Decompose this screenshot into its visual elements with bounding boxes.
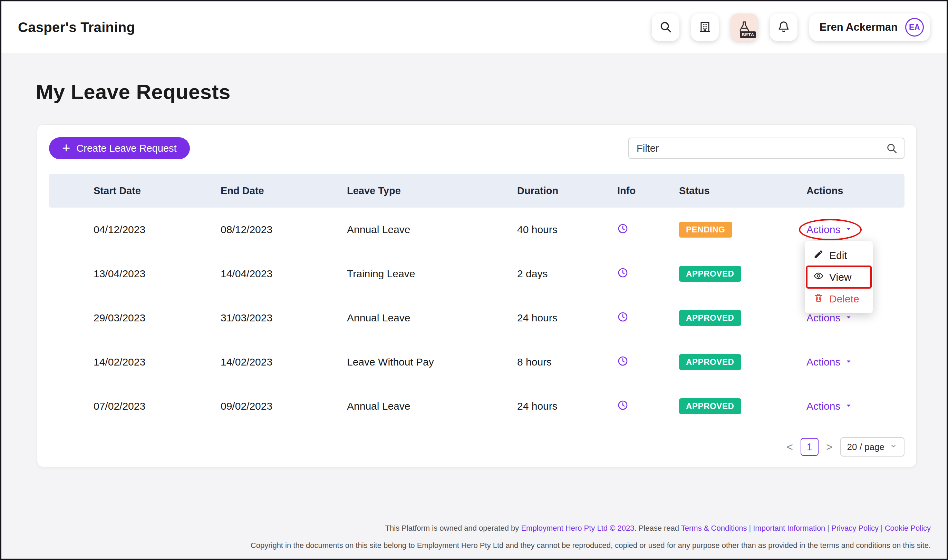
cell-start-date: 04/12/2023 <box>94 224 221 235</box>
cell-start-date: 29/03/2023 <box>94 312 221 324</box>
status-badge: APPROVED <box>679 398 741 414</box>
filter-input[interactable] <box>628 138 905 159</box>
cell-start-date: 14/02/2023 <box>94 356 221 368</box>
top-bar: Casper's Training BETA Eren Ackerman EA <box>2 2 946 53</box>
create-leave-request-button[interactable]: + Create Leave Request <box>49 137 190 159</box>
status-badge: APPROVED <box>679 354 741 370</box>
terms-conditions-link[interactable]: Terms & Conditions <box>681 524 747 532</box>
cell-leave-type: Annual Leave <box>347 312 517 324</box>
table-row: 04/12/2023 08/12/2023 Annual Leave 40 ho… <box>49 208 905 252</box>
column-header-start-date: Start Date <box>94 185 221 197</box>
bell-icon <box>777 20 790 34</box>
actions-dropdown-button[interactable]: Actions <box>806 224 853 235</box>
cell-end-date: 09/02/2023 <box>221 400 347 412</box>
employment-hero-link[interactable]: Employment Hero Pty Ltd © 2023 <box>521 524 634 532</box>
column-header-status: Status <box>679 185 806 197</box>
menu-item-edit-label: Edit <box>829 250 847 262</box>
table-row: 07/02/2023 09/02/2023 Annual Leave 24 ho… <box>49 384 905 428</box>
column-header-duration: Duration <box>517 185 617 197</box>
column-header-end-date: End Date <box>221 185 347 197</box>
create-leave-request-label: Create Leave Request <box>76 143 176 154</box>
footer-line-2: Copyright in the documents on this site … <box>251 540 931 551</box>
page-title: My Leave Requests <box>36 80 946 104</box>
separator: | <box>825 524 831 532</box>
app-title: Casper's Training <box>18 20 135 35</box>
actions-dropdown-button[interactable]: Actions <box>806 356 853 368</box>
clock-icon[interactable] <box>617 400 628 411</box>
cell-leave-type: Leave Without Pay <box>347 356 517 368</box>
notifications-button[interactable] <box>770 14 797 41</box>
column-header-info: Info <box>617 185 679 197</box>
page-size-value: 20 / page <box>847 442 885 452</box>
avatar: EA <box>905 18 924 37</box>
column-header-actions: Actions <box>806 185 905 197</box>
actions-dropdown-button[interactable]: Actions <box>806 400 853 412</box>
user-name: Eren Ackerman <box>820 21 898 34</box>
cell-leave-type: Annual Leave <box>347 224 517 235</box>
status-badge: PENDING <box>679 222 732 238</box>
clock-icon[interactable] <box>617 223 628 234</box>
cell-leave-type: Annual Leave <box>347 400 517 412</box>
clock-icon[interactable] <box>617 267 628 278</box>
leave-requests-card: + Create Leave Request Start Date End Da… <box>37 125 917 467</box>
footer-text: This Platform is owned and operated by <box>385 524 521 532</box>
card-toolbar: + Create Leave Request <box>49 137 905 159</box>
eye-icon <box>814 271 824 283</box>
actions-label: Actions <box>806 312 840 324</box>
cookie-policy-link[interactable]: Cookie Policy <box>885 524 931 532</box>
table-row: 14/02/2023 14/02/2023 Leave Without Pay … <box>49 340 905 384</box>
page-size-select[interactable]: 20 / page <box>840 437 905 457</box>
menu-item-view-label: View <box>829 271 851 283</box>
cell-duration: 24 hours <box>517 400 617 412</box>
important-information-link[interactable]: Important Information <box>753 524 825 532</box>
chevron-down-icon <box>845 224 853 235</box>
cell-leave-type: Training Leave <box>347 268 517 280</box>
search-icon[interactable] <box>886 142 898 154</box>
cell-duration: 40 hours <box>517 224 617 235</box>
trash-icon <box>814 292 824 305</box>
footer-text: . Please read <box>634 524 681 532</box>
filter-field <box>628 138 905 159</box>
column-header-leave-type: Leave Type <box>347 185 517 197</box>
search-icon <box>659 20 672 34</box>
status-badge: APPROVED <box>679 310 741 326</box>
beta-features-button[interactable]: BETA <box>730 14 758 41</box>
menu-item-view[interactable]: View <box>805 266 873 288</box>
separator: | <box>879 524 885 532</box>
menu-item-delete[interactable]: Delete <box>805 288 873 310</box>
status-badge: APPROVED <box>679 266 741 282</box>
organisation-button[interactable] <box>691 14 719 41</box>
actions-menu: Edit View Delete <box>805 241 873 313</box>
actions-dropdown-button[interactable]: Actions <box>806 312 853 324</box>
prev-page-button[interactable]: < <box>786 441 794 454</box>
search-button[interactable] <box>652 14 679 41</box>
chevron-down-icon <box>845 312 853 324</box>
clock-icon[interactable] <box>617 311 628 322</box>
cell-duration: 8 hours <box>517 356 617 368</box>
table-row: 29/03/2023 31/03/2023 Annual Leave 24 ho… <box>49 296 905 340</box>
footer-line-1: This Platform is owned and operated by E… <box>251 523 931 534</box>
cell-start-date: 07/02/2023 <box>94 400 221 412</box>
beta-badge: BETA <box>740 31 756 38</box>
cell-end-date: 14/02/2023 <box>221 356 347 368</box>
chevron-down-icon <box>845 356 853 368</box>
pencil-icon <box>814 249 824 262</box>
actions-label: Actions <box>806 224 840 235</box>
privacy-policy-link[interactable]: Privacy Policy <box>831 524 879 532</box>
app-window: Casper's Training BETA Eren Ackerman EA … <box>0 0 948 560</box>
clock-icon[interactable] <box>617 355 628 366</box>
chevron-down-icon <box>845 400 853 412</box>
pagination: < 1 > 20 / page <box>49 437 905 457</box>
menu-item-edit[interactable]: Edit <box>805 245 873 266</box>
actions-label: Actions <box>806 356 840 368</box>
next-page-button[interactable]: > <box>826 441 834 454</box>
chevron-down-icon <box>889 442 898 452</box>
separator: | <box>747 524 753 532</box>
building-icon <box>698 20 712 34</box>
menu-item-delete-label: Delete <box>829 293 859 305</box>
user-menu[interactable]: Eren Ackerman EA <box>809 14 930 41</box>
table-header-row: Start Date End Date Leave Type Duration … <box>49 174 905 208</box>
current-page[interactable]: 1 <box>801 438 818 456</box>
cell-start-date: 13/04/2023 <box>94 268 221 280</box>
header-actions: BETA Eren Ackerman EA <box>652 14 930 41</box>
